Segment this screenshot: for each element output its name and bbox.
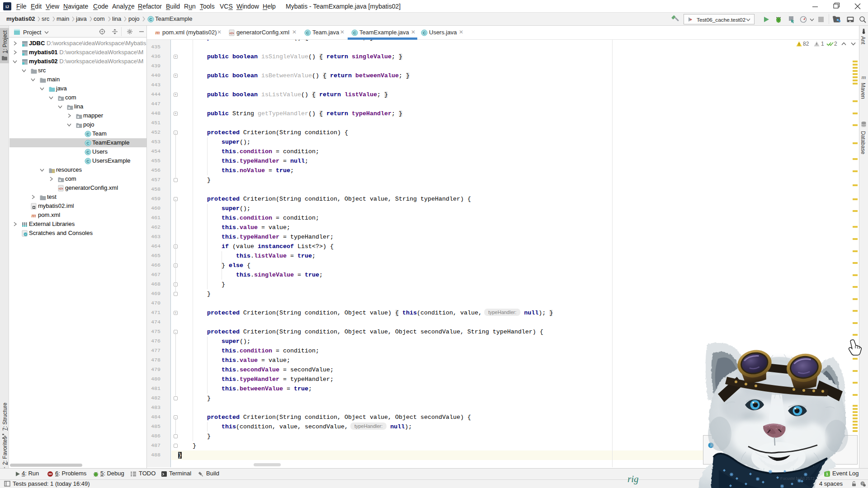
svg-text:m: m (861, 74, 866, 80)
svg-text:C: C (149, 17, 152, 22)
svg-text:C: C (86, 132, 90, 136)
svg-text:m: m (155, 29, 160, 36)
svg-text:FocusM build 2572: FocusM build 2572 (780, 476, 815, 481)
svg-text:C: C (86, 150, 90, 155)
svg-text:</>: </> (58, 187, 63, 190)
svg-text:m: m (31, 212, 36, 219)
svg-text:</>: </> (229, 32, 234, 35)
svg-text:IJ: IJ (5, 5, 9, 9)
svg-text:C: C (353, 31, 356, 35)
svg-text:C: C (86, 141, 90, 145)
svg-text:C: C (423, 31, 426, 35)
svg-text:C: C (306, 31, 309, 35)
svg-text:C: C (86, 159, 90, 164)
